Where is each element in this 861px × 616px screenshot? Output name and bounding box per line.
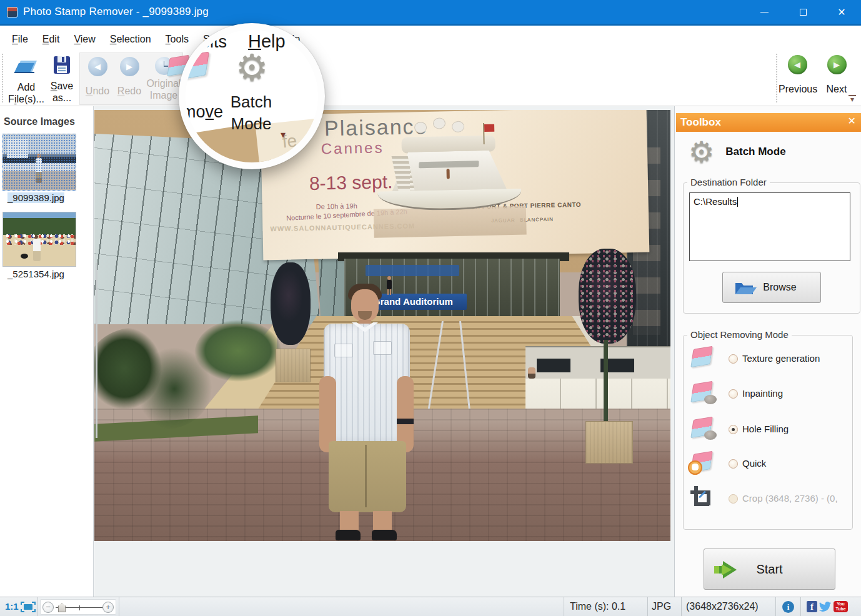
man-pocket <box>373 341 392 355</box>
batch-mode-dropdown-icon[interactable]: ▾ <box>281 129 286 141</box>
minimize-button[interactable] <box>745 0 784 24</box>
close-icon: ✕ <box>837 6 845 18</box>
option-quick[interactable]: Quick <box>684 449 852 480</box>
option-label[interactable]: Inpainting <box>742 388 783 399</box>
option-label[interactable]: Texture generation <box>742 353 820 364</box>
source-images-title: Source Images <box>0 106 93 134</box>
thumbnail-9099389[interactable] <box>2 134 76 191</box>
radio-texture-generation[interactable] <box>729 354 738 364</box>
banner-sea <box>374 206 527 238</box>
destination-path-value: C:\Results <box>694 196 737 207</box>
photo-lower-building-band <box>525 346 670 381</box>
option-label[interactable]: Hole Filling <box>742 424 789 434</box>
twitter-icon[interactable] <box>819 601 832 612</box>
status-separator <box>800 597 801 616</box>
file-format: JPG <box>652 601 671 612</box>
option-inpainting[interactable]: Inpainting <box>684 379 852 410</box>
man-leg <box>373 511 392 532</box>
original-image-label: Original Image <box>145 77 182 101</box>
source-image-item[interactable]: _5251354.jpg <box>2 212 77 284</box>
crop-icon <box>690 486 714 510</box>
save-as-button[interactable]: Save as... <box>46 55 77 104</box>
photo-planter-left <box>271 262 311 345</box>
zoom-slider[interactable]: − + <box>40 599 116 615</box>
start-label: Start <box>756 562 782 577</box>
radio-quick[interactable] <box>729 459 738 469</box>
previous-label: Previous <box>779 83 816 95</box>
add-files-label: Add File(s)... <box>6 81 46 105</box>
man-shorts <box>329 441 406 512</box>
destination-path-input[interactable]: C:\Results <box>689 192 850 261</box>
text-caret <box>737 197 738 207</box>
photo-planter-pole <box>604 340 608 422</box>
facebook-icon[interactable]: f <box>807 601 817 612</box>
status-bar: 1:1 − + Time (s): 0.1 JPG (3648x2736x24)… <box>0 597 861 616</box>
thumbnail-5251354[interactable] <box>2 212 76 267</box>
menu-file[interactable]: File <box>10 31 30 47</box>
object-removing-mode-group: Object Removing Mode Texture generation … <box>683 335 853 530</box>
zoom-actual-button[interactable]: 1:1 <box>5 601 19 612</box>
option-label: Crop (3648, 2736) - (0, <box>742 493 838 504</box>
photo-flowers <box>579 249 636 344</box>
redo-button[interactable]: ▶ Redo <box>114 57 145 97</box>
option-hole-filling[interactable]: Hole Filling <box>684 415 852 446</box>
toolbar-overflow-button[interactable]: ▾ <box>849 95 856 102</box>
title-bar: Photo Stamp Remover - _9099389.jpg ✕ <box>0 0 861 26</box>
status-separator <box>119 597 119 616</box>
radio-hole-filling[interactable] <box>729 425 738 434</box>
zoom-in-button[interactable]: + <box>102 602 114 613</box>
radio-inpainting[interactable] <box>729 389 738 399</box>
photo-man <box>319 284 416 541</box>
photo-flagpole <box>96 263 97 438</box>
next-icon: ▶ <box>827 55 847 74</box>
window-title: Photo Stamp Remover - _9099389.jpg <box>23 6 209 18</box>
window-controls: ✕ <box>745 0 861 24</box>
eraser-smudge-icon <box>690 417 714 438</box>
option-label[interactable]: Quick <box>742 458 766 469</box>
undo-label: Undo <box>82 85 112 97</box>
menu-selection[interactable]: Selection <box>108 31 153 47</box>
photo-palm <box>194 320 282 389</box>
toolbar-separator <box>776 54 777 102</box>
toolbox-close-button[interactable]: ✕ <box>848 115 856 127</box>
redo-label: Redo <box>114 85 145 97</box>
toolbox-panel: Toolbox ✕ ⚙ Batch Mode Destination Folde… <box>674 106 861 597</box>
previous-button[interactable]: ◀ Previous <box>779 55 816 95</box>
destination-folder-label: Destination Folder <box>687 177 770 187</box>
undo-button[interactable]: ◀ Undo <box>82 57 112 97</box>
browse-button[interactable]: Browse <box>722 272 821 303</box>
toolbar: Add File(s)... Save as... ◀ Undo ▶ Redo <box>0 51 861 106</box>
add-files-button[interactable]: Add File(s)... <box>6 55 46 105</box>
source-image-item[interactable]: _9099389.jpg <box>2 134 77 208</box>
zoom-slider-tick <box>79 605 80 610</box>
photo-trees-left <box>94 327 212 430</box>
close-button[interactable]: ✕ <box>822 0 861 24</box>
zoom-slider-handle[interactable] <box>58 603 66 612</box>
image-canvas[interactable]: Plaisance Cannes 8-13 sept. De 10h à 19h… <box>94 110 670 541</box>
zoom-out-button[interactable]: − <box>42 602 54 613</box>
save-as-label: Save as... <box>46 80 77 104</box>
thumbnail-label: _9099389.jpg <box>2 191 77 208</box>
thumb-scene-bag <box>21 254 28 259</box>
menu-view[interactable]: View <box>72 31 97 47</box>
info-icon[interactable]: i <box>782 601 794 613</box>
youtube-icon[interactable]: You Tube <box>834 601 848 612</box>
minimize-icon <box>760 12 769 12</box>
fit-to-screen-button[interactable] <box>21 602 36 612</box>
source-images-panel: Source Images _9099389.jpg _5251354.jpg <box>0 106 94 597</box>
batch-mode-header: ⚙ Batch Mode <box>689 137 786 166</box>
next-button[interactable]: ▶ Next <box>821 55 852 95</box>
next-label: Next <box>821 83 852 95</box>
start-button[interactable]: Start <box>704 549 835 590</box>
photo-sitting-person <box>528 367 535 379</box>
processing-time: Time (s): 0.1 <box>570 601 625 612</box>
yacht-dome <box>452 121 464 132</box>
object-removing-mode-label: Object Removing Mode <box>687 329 792 340</box>
option-texture-generation[interactable]: Texture generation <box>684 344 852 375</box>
maximize-button[interactable] <box>784 0 822 24</box>
status-separator <box>681 597 682 616</box>
man-shoe <box>372 530 397 540</box>
menu-tools[interactable]: Tools <box>164 31 191 47</box>
previous-icon: ◀ <box>788 55 807 74</box>
menu-edit[interactable]: Edit <box>41 31 62 47</box>
